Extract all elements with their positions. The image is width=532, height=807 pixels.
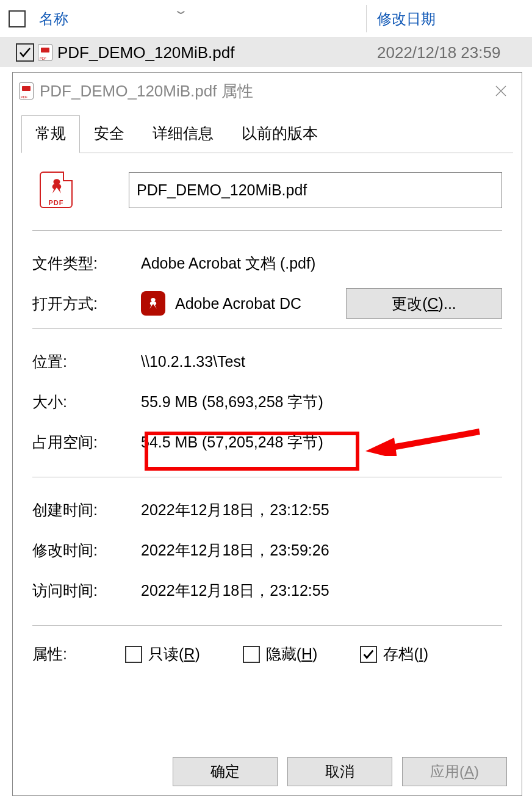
file-name-row: PDF [32, 165, 502, 225]
checkbox-checked-icon [360, 646, 377, 663]
change-open-with-button[interactable]: 更改(C)... [346, 288, 502, 319]
pdf-file-large-icon: PDF [40, 172, 73, 208]
apply-button[interactable]: 应用(A) [402, 757, 507, 786]
tab-previous-versions[interactable]: 以前的版本 [228, 115, 332, 153]
properties-dialog: PDF_DEMO_120MiB.pdf 属性 常规 安全 详细信息 以前的版本 … [12, 72, 522, 796]
column-modified[interactable]: 修改日期 [377, 9, 436, 29]
checkbox-icon [125, 646, 142, 663]
cancel-button[interactable]: 取消 [287, 757, 392, 786]
explorer-column-header: 名称 ⌄ 修改日期 [0, 0, 532, 38]
file-row[interactable]: PDF_DEMO_120MiB.pdf 2022/12/18 23:59 [0, 38, 532, 67]
accessed-label: 访问时间: [32, 581, 141, 601]
attributes-label: 属性: [32, 644, 125, 664]
close-icon [494, 84, 508, 98]
location-row: 位置: \\10.2.1.33\Test [32, 341, 502, 382]
modified-label: 修改时间: [32, 540, 141, 560]
size-value: 55.9 MB (58,693,258 字节) [141, 392, 323, 412]
location-label: 位置: [32, 352, 141, 372]
created-label: 创建时间: [32, 500, 141, 520]
annotation-highlight-box [145, 432, 359, 471]
tab-strip: 常规 安全 详细信息 以前的版本 [21, 115, 513, 153]
file-type-row: 文件类型: Adobe Acrobat 文档 (.pdf) [32, 243, 502, 283]
modified-value: 2022年12月18日，23:59:26 [141, 540, 329, 560]
hidden-checkbox[interactable]: 隐藏(H) [243, 644, 318, 664]
file-name: PDF_DEMO_120MiB.pdf [57, 43, 234, 62]
pdf-file-icon [38, 44, 52, 61]
dialog-titlebar[interactable]: PDF_DEMO_120MiB.pdf 属性 [13, 73, 522, 109]
pdf-file-icon [19, 82, 34, 100]
open-with-app-name: Adobe Acrobat DC [175, 295, 301, 313]
annotation-arrow-icon [361, 419, 483, 456]
open-with-row: 打开方式: Adobe Acrobat DC 更改(C)... [32, 283, 502, 324]
modified-row: 修改时间: 2022年12月18日，23:59:26 [32, 530, 502, 570]
created-row: 创建时间: 2022年12月18日，23:12:55 [32, 490, 502, 530]
file-type-label: 文件类型: [32, 253, 141, 273]
size-on-disk-label: 占用空间: [32, 432, 141, 452]
separator [32, 477, 502, 477]
checkbox-icon [243, 646, 260, 663]
close-button[interactable] [484, 74, 518, 108]
tab-content: PDF 文件类型: Adobe Acrobat 文档 (.pdf) 打开方式: … [13, 153, 522, 664]
separator [32, 625, 502, 626]
sort-indicator-icon: ⌄ [173, 2, 189, 17]
ok-button[interactable]: 确定 [173, 757, 278, 786]
svg-marker-1 [365, 438, 397, 456]
column-divider[interactable] [366, 5, 367, 32]
accessed-value: 2022年12月18日，23:12:55 [141, 581, 329, 601]
select-all-checkbox[interactable] [9, 10, 26, 27]
tab-details[interactable]: 详细信息 [138, 115, 228, 153]
size-row: 大小: 55.9 MB (58,693,258 字节) [32, 382, 502, 422]
column-name[interactable]: 名称 [39, 9, 68, 29]
location-value: \\10.2.1.33\Test [141, 353, 245, 371]
archive-checkbox[interactable]: 存档(I) [360, 644, 428, 664]
dialog-button-bar: 确定 取消 应用(A) [13, 748, 522, 795]
tab-security[interactable]: 安全 [80, 115, 138, 153]
accessed-row: 访问时间: 2022年12月18日，23:12:55 [32, 570, 502, 610]
separator [32, 328, 502, 329]
filename-input[interactable] [129, 172, 502, 208]
file-modified-date: 2022/12/18 23:59 [377, 43, 500, 62]
acrobat-app-icon [141, 291, 165, 316]
check-icon [18, 45, 32, 60]
size-label: 大小: [32, 392, 141, 412]
file-type-value: Adobe Acrobat 文档 (.pdf) [141, 253, 315, 273]
open-with-label: 打开方式: [32, 294, 141, 314]
tab-general[interactable]: 常规 [21, 115, 80, 153]
created-value: 2022年12月18日，23:12:55 [141, 500, 329, 520]
dialog-title: PDF_DEMO_120MiB.pdf 属性 [40, 81, 253, 102]
readonly-checkbox[interactable]: 只读(R) [125, 644, 200, 664]
svg-line-0 [385, 432, 480, 449]
separator [32, 230, 502, 231]
row-checkbox[interactable] [16, 43, 34, 62]
attributes-row: 属性: 只读(R) 隐藏(H) 存档(I) [32, 638, 502, 664]
